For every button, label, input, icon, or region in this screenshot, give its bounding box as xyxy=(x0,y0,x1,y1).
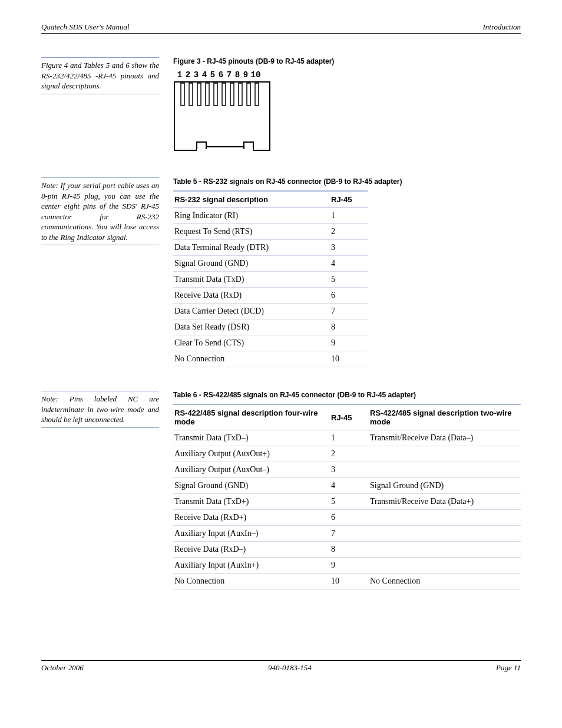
table-row: No Connection10 xyxy=(173,351,368,367)
table-row: Transmit Data (TxD+)5Transmit/Receive Da… xyxy=(173,494,521,510)
table-cell: No Connection xyxy=(173,574,330,589)
header-left: Quatech SDS User's Manual xyxy=(41,22,130,32)
table-cell: Transmit/Receive Data (Data+) xyxy=(369,494,521,510)
table6-caption: Table 6 - RS-422/485 signals on RJ-45 co… xyxy=(173,391,521,399)
table-row: Receive Data (RxD)6 xyxy=(173,288,368,304)
table-cell: Signal Ground (GND) xyxy=(173,256,330,272)
table-cell: Transmit/Receive Data (Data–) xyxy=(369,430,521,446)
pin-number: 10 xyxy=(250,70,262,80)
table-cell: 5 xyxy=(330,494,369,510)
running-header: Quatech SDS User's Manual Introduction xyxy=(41,22,521,34)
table-cell: Receive Data (RxD+) xyxy=(173,510,330,526)
column-header: RJ-45 xyxy=(330,404,369,430)
table-cell: Auxiliary Input (AuxIn–) xyxy=(173,526,330,542)
table-cell: 2 xyxy=(330,224,368,240)
svg-rect-7 xyxy=(230,83,234,106)
svg-rect-3 xyxy=(197,83,201,106)
table-cell: Clear To Send (CTS) xyxy=(173,335,330,351)
table-cell: 3 xyxy=(330,462,369,478)
column-header: RS-232 signal description xyxy=(173,191,330,208)
svg-rect-5 xyxy=(214,83,217,106)
table-row: Auxiliary Output (AuxOut+)2 xyxy=(173,446,521,462)
table-row: Auxiliary Input (AuxIn–)7 xyxy=(173,526,521,542)
table-row: Signal Ground (GND)4Signal Ground (GND) xyxy=(173,478,521,494)
table-cell: No Connection xyxy=(369,574,521,589)
table-cell: Receive Data (RxD–) xyxy=(173,542,330,558)
figure3-caption: Figure 3 - RJ-45 pinouts (DB-9 to RJ-45 … xyxy=(173,57,521,65)
table-cell: Transmit Data (TxD) xyxy=(173,272,330,288)
table-cell xyxy=(369,526,521,542)
pin-number: 9 xyxy=(242,70,250,80)
table-cell: 1 xyxy=(330,430,369,446)
svg-rect-9 xyxy=(247,83,250,106)
table-row: No Connection10No Connection xyxy=(173,574,521,589)
table-cell: Signal Ground (GND) xyxy=(173,478,330,494)
pin-number: 5 xyxy=(209,70,217,80)
svg-rect-1 xyxy=(181,83,184,106)
table-row: Transmit Data (TxD)5 xyxy=(173,272,368,288)
pin-number: 3 xyxy=(192,70,200,80)
svg-rect-10 xyxy=(255,83,259,106)
column-header: RS-422/485 signal description two-wire m… xyxy=(369,404,521,430)
table-cell: 5 xyxy=(330,272,368,288)
table-cell: 8 xyxy=(330,319,368,335)
table-row: Clear To Send (CTS)9 xyxy=(173,335,368,351)
table-cell xyxy=(369,510,521,526)
rj45-diagram: 12345678910 xyxy=(173,70,271,154)
table-row: Auxiliary Input (AuxIn+)9 xyxy=(173,558,521,574)
table-cell: Auxiliary Output (AuxOut–) xyxy=(173,462,330,478)
table-row: Request To Send (RTS)2 xyxy=(173,224,368,240)
pin-number: 8 xyxy=(233,70,242,80)
pin-number: 6 xyxy=(217,70,225,80)
sidenote-nc: Note: Pins labeled NC are indeterminate … xyxy=(41,391,159,428)
svg-rect-2 xyxy=(189,83,193,106)
table-cell xyxy=(369,462,521,478)
pin-number: 4 xyxy=(200,70,209,80)
table-cell: 4 xyxy=(330,256,368,272)
footer-left: October 2006 xyxy=(41,663,84,673)
pin-number: 7 xyxy=(225,70,233,80)
svg-rect-6 xyxy=(222,83,226,106)
table-cell: Data Terminal Ready (DTR) xyxy=(173,240,330,256)
table-cell: Request To Send (RTS) xyxy=(173,224,330,240)
footer-center: 940-0183-154 xyxy=(268,663,312,673)
table-cell: Ring Indicator (RI) xyxy=(173,208,330,224)
table-cell: 2 xyxy=(330,446,369,462)
table-cell: 9 xyxy=(330,335,368,351)
table-cell xyxy=(369,446,521,462)
svg-rect-8 xyxy=(239,83,242,106)
footer-right: Page 11 xyxy=(496,663,521,673)
table-cell: 8 xyxy=(330,542,369,558)
table-cell: 6 xyxy=(330,510,369,526)
pin-number: 1 xyxy=(176,70,184,80)
table-cell xyxy=(369,558,521,574)
svg-rect-11 xyxy=(197,149,253,151)
table-cell: Receive Data (RxD) xyxy=(173,288,330,304)
table-cell: No Connection xyxy=(173,351,330,367)
running-footer: October 2006 940-0183-154 Page 11 xyxy=(41,660,521,673)
pin-number: 2 xyxy=(184,70,192,80)
table5: RS-232 signal descriptionRJ-45 Ring Indi… xyxy=(173,190,368,367)
table6: RS-422/485 signal description four-wire … xyxy=(173,404,521,589)
table-row: Receive Data (RxD–)8 xyxy=(173,542,521,558)
sidenote-figure4: Figure 4 and Tables 5 and 6 show the RS-… xyxy=(41,57,159,94)
table-cell: 7 xyxy=(330,304,368,319)
table-row: Data Carrier Detect (DCD)7 xyxy=(173,304,368,319)
table-cell: 1 xyxy=(330,208,368,224)
table-cell: 3 xyxy=(330,240,368,256)
sidenote-8pin: Note: If your serial port cable uses an … xyxy=(41,177,159,245)
table-row: Auxiliary Output (AuxOut–)3 xyxy=(173,462,521,478)
table-cell: Auxiliary Output (AuxOut+) xyxy=(173,446,330,462)
table-cell: Data Carrier Detect (DCD) xyxy=(173,304,330,319)
table-row: Data Terminal Ready (DTR)3 xyxy=(173,240,368,256)
table-cell: Data Set Ready (DSR) xyxy=(173,319,330,335)
header-right: Introduction xyxy=(482,22,521,32)
column-header: RS-422/485 signal description four-wire … xyxy=(173,404,330,430)
svg-rect-4 xyxy=(206,83,209,106)
table-cell: 7 xyxy=(330,526,369,542)
table-row: Transmit Data (TxD–)1Transmit/Receive Da… xyxy=(173,430,521,446)
table-cell: 9 xyxy=(330,558,369,574)
table-cell: 6 xyxy=(330,288,368,304)
table5-caption: Table 5 - RS-232 signals on RJ-45 connec… xyxy=(173,177,521,186)
table-row: Data Set Ready (DSR)8 xyxy=(173,319,368,335)
